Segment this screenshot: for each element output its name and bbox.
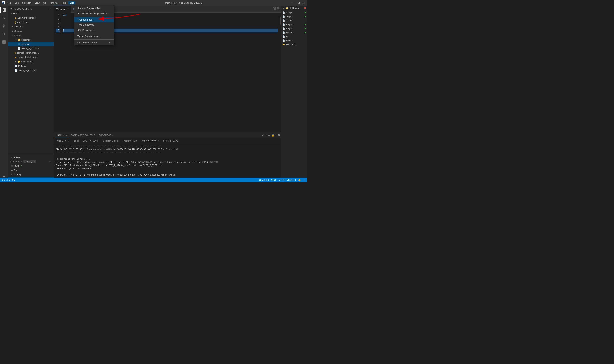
tree-item-output[interactable]: ▾ Output [8,33,54,38]
tab-welcome-close[interactable]: × [67,8,68,11]
panel-close-icon[interactable]: ✕ [278,133,280,136]
tree-item-makefile[interactable]: 📄 Makefile [8,64,54,68]
tree-item-compile[interactable]: {} compile_commands.j... [8,51,54,55]
status-user-icon[interactable]: 👤 [303,179,305,181]
right-panel-item-progra1[interactable]: 📄 Progra... [281,22,307,26]
file-json-icon: {} [14,21,16,24]
activity-run[interactable] [0,30,8,38]
svg-rect-3 [4,9,6,10]
sub-tab-program-device-close[interactable]: × [158,140,159,142]
right-panel-bootgen-icon: 📄 [282,11,285,13]
sub-tab-program-flash[interactable]: Program Flash [121,139,138,143]
tree-root[interactable]: ▾ TEST [8,11,54,15]
tree-item-cmake-install[interactable]: ▲ cmake_install.cmake [8,55,54,59]
menu-view[interactable]: View [33,1,41,4]
split-horizontal-icon[interactable] [277,7,279,11]
flow-action-run[interactable]: ▶ Run [8,168,54,172]
svg-rect-5 [4,10,6,11]
split-vertical-icon[interactable] [273,7,276,11]
output-content[interactable]: ----------------------------------------… [54,144,281,182]
menu-go[interactable]: Go [42,1,48,4]
sub-tab-clangd[interactable]: clangd [71,139,80,143]
tree-item-userconfig[interactable]: ▲ UserConfig.cmake [8,15,54,20]
menu-program-device[interactable]: Program Device [74,22,114,27]
tree-item-sources[interactable]: ▶ Sources [8,29,54,33]
output-line-8: FPGA configuration complete. [56,167,279,170]
menu-program-flash-label: Program Flash [77,18,93,21]
menu-file[interactable]: File [6,1,13,4]
panel-tab-output[interactable]: OUTPUT × [55,132,69,138]
sub-tab-program-device[interactable]: Program Device × [139,139,161,143]
sub-tab-spct[interactable]: SPCT_A_V100:: [81,139,100,143]
menu-selection[interactable]: Selection [21,1,33,4]
menu-edit[interactable]: Edit [13,1,20,4]
activity-extensions[interactable] [0,38,8,46]
right-panel-item-git[interactable]: 📄 Git [281,34,307,38]
close-button[interactable]: ✕ [303,1,305,4]
tree-item-launch[interactable]: {} launch.json [8,20,54,24]
right-panel-item-progra2[interactable]: 📄 Progra... [281,26,307,30]
svg-rect-15 [3,40,4,41]
status-spaces: Spaces: 4 [287,179,296,181]
menu-vitis[interactable]: Vitis [68,1,76,4]
panel-tab-problems[interactable]: PROBLEMS × [97,132,115,138]
tree-item-elf[interactable]: 📄 SPCT_A_V100.elf [8,68,54,73]
menu-terminal[interactable]: Terminal [48,1,60,4]
right-panel-progra1-icon: 📄 [282,23,285,26]
editor-scrollbar[interactable] [279,13,281,132]
right-panel-item-gitlens[interactable]: 📄 GitLens [281,38,307,42]
right-panel-gitlens-label: GitLens [286,39,293,41]
menu-embedded-sw-repos[interactable]: Embedded SW Repositories... [74,11,114,16]
tree-item-cmakefiles[interactable]: ▶ 📁 CMakeFiles [8,59,54,64]
sub-tab-bootgen[interactable]: Bootgen Output [101,139,120,143]
menu-create-boot-image[interactable]: Create Boot Image ▶ [74,40,114,45]
panel-wrap-icon[interactable]: ⇆ [268,133,270,136]
menu-xsdb-console[interactable]: XSDB Console... [74,27,114,33]
menu-help[interactable]: Help [60,1,68,4]
panel-up-icon[interactable]: ↑ [276,133,277,136]
tree-item-bif[interactable]: 📄 SPCT_A_V100.bif [8,46,54,51]
sub-tab-spct-f[interactable]: SPCT_F_V102 [162,139,180,143]
component-select[interactable]: SPCT_... ▾ [23,160,36,163]
panel-lock-icon[interactable]: 🔒 [271,133,274,136]
editor-scroll-thumb[interactable] [280,17,281,25]
tree-item-bootimage[interactable]: ▾ 📁 bootimage [8,38,54,42]
sidebar-more-icon[interactable]: ··· [49,7,51,10]
flow-settings-icon[interactable]: ⚙ [49,160,51,163]
right-panel-folder-icon: 📁 [286,7,288,9]
sub-tab-vitis-server[interactable]: Vitis Server [56,139,70,143]
editor-tab-welcome[interactable]: Welcome × [54,6,71,13]
panel-collapse-icon[interactable]: ↑ [265,133,267,136]
svg-marker-11 [3,33,5,35]
right-panel-item-bootgen[interactable]: 📄 Bootge... [281,10,307,14]
panel-tab-problems-close[interactable]: × [112,134,113,136]
panel-tab-xsdb[interactable]: TASK: XSDB CONSOLE [70,132,97,138]
right-panel-item-clangd[interactable]: 📄 clangd [281,14,307,18]
activity-source-control[interactable] [0,22,8,29]
sub-tab-program-device-label: Program Device [141,140,156,142]
flow-header[interactable]: ▾ FLOW [8,156,54,159]
panel-tab-output-close[interactable]: × [66,134,67,136]
tree-item-includes[interactable]: ▶ Includes [8,24,54,29]
status-warnings: ⚠ 0 [6,179,10,181]
svg-rect-2 [3,9,4,10]
activity-explorer[interactable] [0,6,8,13]
output-line-1: ----------------------------------------… [56,145,279,148]
menu-platform-repos[interactable]: Platform Repositories... [74,6,114,11]
menu-target-connections[interactable]: Target Connections... [74,34,114,39]
flow-action-debug[interactable]: ⚙ Debug [8,172,54,177]
right-panel-expand-icon[interactable]: ◀ [282,7,284,9]
right-panel-item-hls[interactable]: 📄 HLS Pr... [281,18,307,22]
right-panel-item-spctf[interactable]: 📁 SPCT_F_V... [281,42,307,46]
flow-action-build[interactable]: ⚙ Build ✓ [8,164,54,168]
tree-item-bootbin[interactable]: b· boot.bin [8,42,54,46]
status-notification-icon[interactable]: 🔔 [298,179,301,181]
panel-expand-icon[interactable]: ⌄ [262,133,264,136]
flow-action-debug-label: Debug [14,173,21,176]
menu-program-flash[interactable]: Program Flash [74,17,114,22]
status-encoding: UTF-8 [279,179,284,181]
activity-search[interactable] [0,14,8,22]
maximize-button[interactable]: ❐ [297,1,300,4]
minimize-button[interactable]: — [292,1,295,4]
right-panel-item-vitisse[interactable]: 📄 Vitis Se... [281,30,307,34]
